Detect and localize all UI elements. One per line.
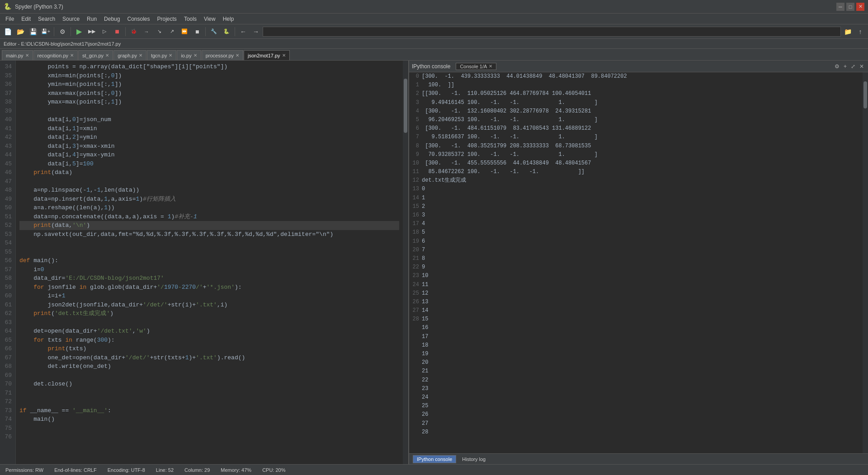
forward-button[interactable]: → — [250, 26, 262, 38]
menu-item-view[interactable]: View — [200, 15, 219, 23]
code-line-51: data=np.concatenate((data,a,a),axis = 1)… — [19, 212, 399, 221]
line-number-38: 38 — [2, 98, 12, 107]
line-number-45: 45 — [2, 160, 12, 169]
bottom-tab-ipython-console[interactable]: IPython console — [413, 455, 456, 463]
console-tab-close[interactable]: ✕ — [489, 64, 492, 69]
console-line-num-28: 28 — [409, 315, 419, 324]
code-area[interactable]: points = np.array(data_dict["shapes"][i]… — [16, 61, 403, 464]
menubar: FileEditSearchSourceRunDebugConsolesProj… — [0, 14, 868, 24]
maximize-button[interactable]: □ — [846, 3, 854, 11]
toolbar-separator-2 — [71, 27, 71, 36]
tab-close[interactable]: ✕ — [70, 53, 74, 58]
tab-st_gcn_py[interactable]: st_gcn.py✕ — [78, 50, 113, 60]
menu-item-file[interactable]: File — [2, 15, 18, 23]
code-line-66: print(txts) — [19, 344, 399, 353]
menu-item-search[interactable]: Search — [34, 15, 59, 23]
console-line-num-12: 12 — [409, 176, 419, 185]
continue-button[interactable]: ⏩ — [179, 26, 190, 38]
toolbar-separator-1 — [54, 27, 54, 36]
preferences-button[interactable]: ⚙ — [57, 26, 68, 38]
line-number-56: 56 — [2, 256, 12, 265]
back-button[interactable]: ← — [237, 26, 249, 38]
minimize-button[interactable]: ─ — [836, 3, 844, 11]
menu-item-edit[interactable]: Edit — [18, 15, 34, 23]
console-line-numbers: 0123456789101112131415161718192021222324… — [409, 72, 422, 453]
editor-panel: 3435363738394041424344454647484950515253… — [0, 61, 409, 464]
tab-processor_py[interactable]: processor.py✕ — [202, 50, 243, 60]
tab-io_py[interactable]: io.py✕ — [177, 50, 201, 60]
console-line-num-16: 16 — [409, 211, 419, 220]
console-max-icon[interactable]: ⤢ — [849, 63, 857, 70]
line-number-52: 52 — [2, 221, 12, 230]
console-output[interactable]: [300. -1. 439.33333333 44.01438849 48.48… — [422, 72, 863, 453]
line-number-44: 44 — [2, 150, 12, 160]
line-number-54: 54 — [2, 239, 12, 248]
editor-scrollbar[interactable] — [403, 61, 408, 464]
menu-item-projects[interactable]: Projects — [154, 15, 180, 23]
close-button[interactable]: ✕ — [856, 3, 864, 11]
spyder-button[interactable]: 🐍 — [221, 26, 232, 38]
menu-item-consoles[interactable]: Consoles — [123, 15, 153, 23]
tab-label: graph.py — [118, 53, 137, 58]
line-number-40: 40 — [2, 115, 12, 124]
step-button[interactable]: → — [141, 26, 152, 38]
run-file-button[interactable]: ▶▶ — [86, 26, 98, 38]
save-file-button[interactable]: 💾 — [27, 26, 39, 38]
menu-item-tools[interactable]: Tools — [180, 15, 200, 23]
tab-main_py[interactable]: main.py✕ — [2, 50, 33, 60]
editor-scroll-thumb[interactable] — [404, 79, 407, 133]
stop-button[interactable]: ■ — [111, 26, 123, 38]
tab-close[interactable]: ✕ — [282, 53, 286, 58]
code-line-50: a=a.reshape((len(a),1)) — [19, 203, 399, 212]
line-number-55: 55 — [2, 248, 12, 257]
tab-graph_py[interactable]: graph.py✕ — [113, 50, 146, 60]
new-file-button[interactable]: 📄 — [2, 26, 14, 38]
code-line-60: i=i+1 — [19, 292, 399, 301]
up-button[interactable]: ↑ — [854, 26, 866, 38]
code-line-64: det=open(data_dir+'/det.txt','w') — [19, 327, 399, 336]
tab-label: tgcn.py — [151, 53, 167, 58]
code-line-53: np.savetxt(out_dir,data,fmt="%d,%d,%.3f,… — [19, 230, 399, 239]
tab-recognition_py[interactable]: recognition.py✕ — [33, 50, 78, 60]
debug-button[interactable]: 🐞 — [128, 26, 140, 38]
open-file-button[interactable]: 📂 — [14, 26, 26, 38]
line-number-76: 76 — [2, 433, 12, 442]
tab-close[interactable]: ✕ — [236, 53, 239, 58]
console-scroll-thumb[interactable] — [863, 81, 867, 108]
tools-button[interactable]: 🔧 — [208, 26, 220, 38]
main-layout: 3435363738394041424344454647484950515253… — [0, 61, 868, 464]
code-line-34: points = np.array(data_dict["shapes"][i]… — [19, 62, 399, 71]
line-number-66: 66 — [2, 344, 12, 353]
save-all-button[interactable]: 💾+ — [40, 26, 52, 38]
console-line-num-4: 4 — [409, 107, 419, 116]
code-line-61: json2det(jsonfile,data_dir+'/det/'+str(i… — [19, 301, 399, 310]
menu-item-run[interactable]: Run — [83, 15, 100, 23]
tab-close[interactable]: ✕ — [139, 53, 142, 58]
path-input[interactable]: E:\DL\CSDN-blog\json2mot17 — [263, 27, 841, 37]
console-new-icon[interactable]: + — [842, 63, 848, 70]
tab-json2mot17_py[interactable]: json2mot17.py✕ — [244, 50, 290, 60]
tab-close[interactable]: ✕ — [193, 53, 197, 58]
tab-tgcn_py[interactable]: tgcn.py✕ — [147, 50, 176, 60]
menu-item-debug[interactable]: Debug — [100, 15, 123, 23]
app-icon: 🐍 — [4, 3, 11, 10]
tab-close[interactable]: ✕ — [25, 53, 29, 58]
step-out-button[interactable]: ↗ — [166, 26, 178, 38]
stop-debug-button[interactable]: ⏹ — [191, 26, 203, 38]
console-close-icon[interactable]: ✕ — [858, 63, 865, 70]
tab-close[interactable]: ✕ — [169, 53, 172, 58]
console-tab-1[interactable]: Console 1/A ✕ — [456, 63, 496, 70]
console-scrollbar[interactable] — [863, 72, 868, 453]
bottom-tab-history-log[interactable]: History log — [458, 455, 490, 463]
code-line-38: ymax=max(points[:,1]) — [19, 98, 399, 107]
run-button[interactable]: ▶ — [73, 26, 85, 38]
tab-close[interactable]: ✕ — [105, 53, 109, 58]
run-cell-button[interactable]: ▷ — [99, 26, 110, 38]
console-gear-icon[interactable]: ⚙ — [833, 63, 841, 70]
browse-button[interactable]: 📁 — [842, 26, 854, 38]
menu-item-source[interactable]: Source — [59, 15, 83, 23]
code-line-65: for txts in range(300): — [19, 336, 399, 345]
menu-item-help[interactable]: Help — [219, 15, 238, 23]
step-into-button[interactable]: ↘ — [153, 26, 165, 38]
editor-content[interactable]: 3435363738394041424344454647484950515253… — [0, 61, 408, 464]
